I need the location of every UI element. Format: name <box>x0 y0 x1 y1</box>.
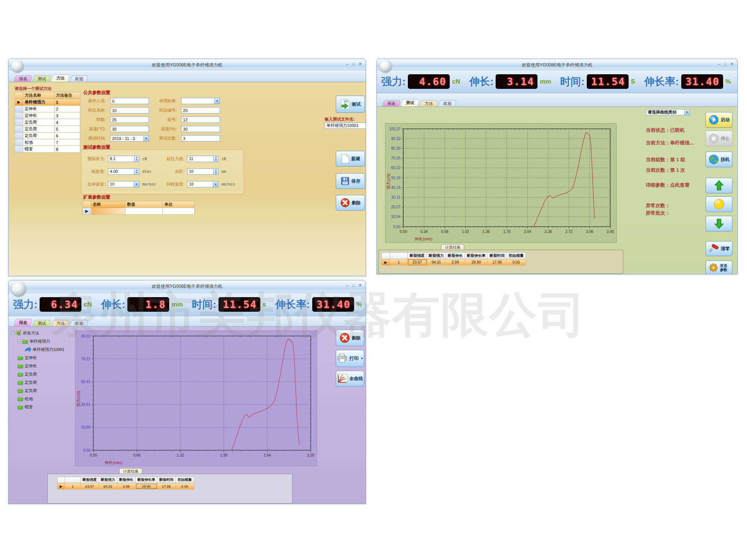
svg-text:3.06: 3.06 <box>586 230 593 234</box>
chevron-down-icon[interactable]: ▼ <box>214 98 220 104</box>
tab-welcome[interactable]: 欢迎 <box>70 75 89 82</box>
field-label: 使用标准: <box>152 98 178 104</box>
delete-button[interactable]: 删除 <box>336 195 365 211</box>
svg-text:3.30: 3.30 <box>307 453 314 457</box>
delete-button[interactable]: 删除 <box>336 330 364 346</box>
spinner-arrows-icon[interactable]: ▲▼ <box>134 169 139 174</box>
method-row[interactable]: 定伸长2 <box>15 106 80 112</box>
pause-ball-button[interactable] <box>706 196 732 212</box>
tree-item-method[interactable]: 松弛 <box>11 395 72 403</box>
close-button[interactable]: ✕ <box>359 283 362 288</box>
tree-item-method[interactable]: 单纤维强力 <box>11 337 72 345</box>
start-button[interactable]: 启动 <box>706 112 732 128</box>
folder-icon <box>18 388 23 393</box>
spinner-arrows-icon[interactable]: ▲▼ <box>213 169 218 174</box>
file-name-input[interactable]: 单纤维强力10001 <box>325 122 366 129</box>
tree-item-method[interactable]: 定负荷 <box>11 378 72 386</box>
tab-method[interactable]: 方法 <box>51 320 70 326</box>
stop-button[interactable]: 停止 <box>706 131 732 146</box>
tab-welcome[interactable]: 欢迎 <box>438 100 457 106</box>
pretension-spinner[interactable]: 8.1▲▼ <box>108 156 139 162</box>
ext-params-title: 扩展参数设置 <box>83 194 110 200</box>
tab-test[interactable]: 测试 <box>32 320 51 326</box>
maximize-button[interactable]: □ <box>724 62 726 66</box>
method-row[interactable]: 蠕变8 <box>15 146 80 153</box>
tab-method[interactable]: 方法 <box>51 74 70 82</box>
chevron-down-icon[interactable]: ▼ <box>684 109 689 115</box>
status-detail-link[interactable]: 详细参数：点此查看 <box>646 182 689 189</box>
spinner-arrows-icon[interactable]: ▲▼ <box>213 156 218 162</box>
tab-report[interactable]: 报表 <box>14 319 33 326</box>
tree-item-method[interactable]: 定伸长 <box>11 362 72 370</box>
field-label: 预加张力: <box>83 156 106 162</box>
sample-count-field[interactable]: 25 <box>110 116 149 123</box>
svg-text:100.37: 100.37 <box>389 127 400 131</box>
test-times-field[interactable]: 3 <box>181 135 220 141</box>
offline-button[interactable]: 脱机 <box>706 152 732 167</box>
test-time-select[interactable]: 2019 - 11 - 2▼ <box>110 135 149 141</box>
start-force-spinner[interactable]: 11▲▼ <box>187 156 218 162</box>
maximize-button[interactable]: □ <box>352 283 355 288</box>
move-down-button[interactable] <box>706 216 732 231</box>
zero-clear-button[interactable]: 清零 <box>706 241 732 256</box>
chevron-down-icon[interactable]: ▼ <box>213 181 218 187</box>
result-row[interactable]: ▶ 1 23.57 94.31 2.99 29.90 17.95 0.00 <box>58 483 194 489</box>
method-row[interactable]: 定负荷6 <box>15 133 80 139</box>
close-button[interactable]: ✕ <box>359 62 362 66</box>
minimize-button[interactable]: – <box>346 283 348 288</box>
chevron-down-icon[interactable]: ▼ <box>134 181 139 187</box>
tree-item-method[interactable]: 定负荷 <box>11 386 72 395</box>
temperature-field[interactable]: 30 <box>110 126 149 132</box>
field-label: 温度(℃): <box>83 126 107 132</box>
curve-type-select[interactable]: 请选择曲线类别▼ <box>646 109 690 115</box>
spinner-arrows-icon[interactable]: ▲▼ <box>134 156 139 162</box>
collapse-icon[interactable] <box>11 332 14 335</box>
tab-method[interactable]: 方法 <box>419 100 438 106</box>
tree-item-method[interactable]: 蠕变 <box>11 403 72 411</box>
minimize-button[interactable]: – <box>718 62 720 66</box>
tab-test[interactable]: 测试 <box>32 75 51 82</box>
go-document-icon: GO <box>340 99 350 109</box>
test-button[interactable]: GO 测试 <box>336 96 365 113</box>
full-curve-button[interactable]: 全曲线 <box>336 371 364 386</box>
batch-field[interactable]: 12 <box>181 116 220 123</box>
close-button[interactable]: ✕ <box>730 62 734 66</box>
tab-test[interactable]: 测试 <box>401 99 420 106</box>
save-button[interactable]: 保存 <box>336 173 365 189</box>
humidity-field[interactable]: 30 <box>181 126 220 132</box>
new-button[interactable]: 新建 <box>336 151 365 167</box>
method-row[interactable]: 定伸长3 <box>15 112 80 119</box>
return-speed-select[interactable]: 10▼ <box>187 181 218 187</box>
move-up-button[interactable] <box>706 178 732 193</box>
force-readout: 强力:4.60cN <box>381 74 460 89</box>
chevron-down-icon[interactable]: ▼ <box>360 357 363 360</box>
maximize-button[interactable]: □ <box>352 62 355 66</box>
method-row[interactable]: 松弛7 <box>15 139 80 146</box>
method-row[interactable]: 定负荷5 <box>15 126 80 133</box>
tab-welcome[interactable]: 欢迎 <box>70 320 89 326</box>
send-params-button[interactable]: 发送参数 <box>706 261 732 274</box>
ext-param-row[interactable]: ▶ <box>83 208 195 215</box>
tree-item-method[interactable]: 定负荷 <box>11 370 72 378</box>
gauge-length-spinner[interactable]: 10▲▼ <box>187 168 218 175</box>
operator-field[interactable]: 0 <box>110 98 149 104</box>
method-row[interactable]: ▶单纤维强力1 <box>15 99 80 106</box>
minimize-button[interactable]: – <box>346 62 348 66</box>
tab-report[interactable]: 报表 <box>382 100 401 106</box>
stretch-speed-select[interactable]: 10▼ <box>108 181 139 187</box>
print-button[interactable]: 打印 ▼ <box>336 350 364 367</box>
method-row[interactable]: 定负荷4 <box>15 119 80 126</box>
tree-item-test-file[interactable]: 单纤维强力10001 <box>11 345 72 354</box>
sample-no-field[interactable]: 20 <box>181 107 220 113</box>
sample-name-field[interactable]: 10 <box>110 107 149 113</box>
tree-item-method[interactable]: 定伸长 <box>11 354 72 362</box>
svg-text:1.70: 1.70 <box>503 230 511 234</box>
linear-density-spinner[interactable]: 4.00▲▼ <box>108 168 139 175</box>
tab-report[interactable]: 报表 <box>14 75 32 82</box>
standard-select[interactable]: ▼ <box>181 98 220 104</box>
field-unit: mm/min <box>220 182 241 186</box>
collapse-icon[interactable] <box>18 340 21 343</box>
result-row[interactable]: ▶ 1 23.57 94.31 2.99 29.90 17.95 0.00 <box>382 259 526 265</box>
chevron-down-icon[interactable]: ▼ <box>143 136 149 141</box>
tree-item-all-methods[interactable]: 所有方法 <box>11 329 72 337</box>
